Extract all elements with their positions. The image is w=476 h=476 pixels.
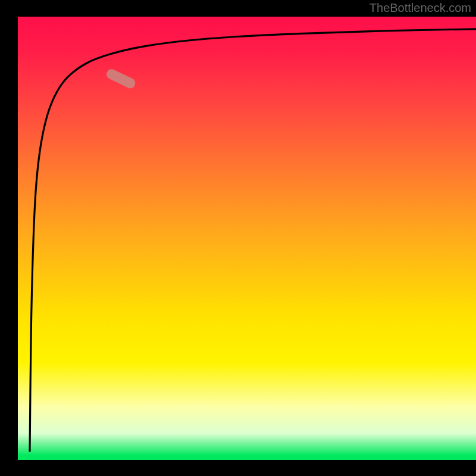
watermark-text: TheBottleneck.com [369,1,471,15]
highlight-segment [105,67,137,90]
chart-curve-layer [18,17,476,460]
bottleneck-curve [30,29,476,451]
chart-plot-area [18,17,476,460]
